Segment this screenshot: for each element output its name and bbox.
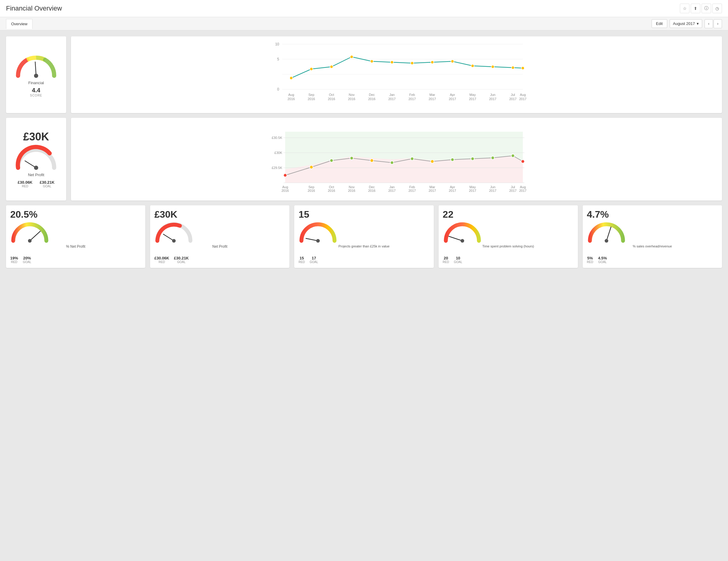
svg-text:Feb: Feb bbox=[409, 93, 415, 97]
pct-net-profit-goal: 20% GOAL bbox=[23, 256, 31, 264]
pct-sales-label: % sales overhead/revenue bbox=[587, 245, 718, 253]
svg-text:5: 5 bbox=[277, 57, 279, 61]
band-chart: £30.5K £30K £29.5K Aug bbox=[76, 123, 717, 195]
next-date-button[interactable]: › bbox=[714, 19, 722, 28]
projects-gauge bbox=[298, 220, 338, 243]
svg-text:Jun: Jun bbox=[490, 93, 495, 97]
svg-text:2016: 2016 bbox=[368, 189, 375, 193]
line-chart: 10 5 0 bbox=[76, 41, 717, 107]
svg-text:Mar: Mar bbox=[430, 185, 435, 189]
svg-point-21 bbox=[511, 66, 514, 69]
nav-bar: Overview Edit August 2017 ▾ ‹ › bbox=[0, 17, 728, 30]
svg-text:Feb: Feb bbox=[409, 185, 415, 189]
dropdown-arrow-icon: ▾ bbox=[697, 21, 699, 26]
svg-point-22 bbox=[521, 67, 524, 70]
pct-sales-gauge bbox=[587, 220, 626, 243]
overview-tab[interactable]: Overview bbox=[6, 19, 32, 29]
svg-text:2017: 2017 bbox=[409, 97, 416, 101]
svg-point-69 bbox=[451, 158, 454, 162]
date-nav-arrows: ‹ › bbox=[705, 19, 722, 28]
pct-sales-card: 4.7% % sales overhead/revenue bbox=[583, 205, 722, 268]
svg-point-65 bbox=[370, 159, 374, 162]
score-value: 4.4 bbox=[32, 87, 40, 94]
svg-point-18 bbox=[451, 60, 454, 63]
svg-text:£30K: £30K bbox=[274, 151, 282, 155]
svg-text:2016: 2016 bbox=[282, 189, 289, 193]
net-profit-2-value: £30K bbox=[154, 210, 177, 219]
financial-gauge bbox=[14, 52, 59, 79]
svg-text:2017: 2017 bbox=[489, 97, 496, 101]
svg-text:2017: 2017 bbox=[449, 189, 456, 193]
time-label: Time spent problem solving (hours) bbox=[443, 245, 574, 253]
line-chart-card: 10 5 0 bbox=[71, 36, 722, 113]
pct-sales-metrics: 5% RED 4.5% GOAL bbox=[587, 256, 718, 264]
svg-text:2017: 2017 bbox=[509, 189, 517, 193]
row-2: £30K Net Profit £30.06K RED bbox=[6, 118, 722, 201]
svg-point-14 bbox=[370, 60, 373, 63]
net-profit-value: £30K bbox=[23, 131, 49, 143]
svg-text:Apr: Apr bbox=[450, 185, 455, 189]
time-value: 22 bbox=[443, 210, 454, 219]
net-profit-goal-label: GOAL bbox=[40, 185, 54, 188]
star-button[interactable]: ☆ bbox=[680, 4, 689, 13]
pct-net-profit-value: 20.5% bbox=[10, 210, 38, 219]
edit-button[interactable]: Edit bbox=[652, 19, 667, 28]
svg-text:2016: 2016 bbox=[348, 97, 355, 101]
pct-net-profit-red: 19% RED bbox=[10, 256, 18, 264]
net-profit-goal-metric: £30.21K GOAL bbox=[40, 180, 54, 188]
time-card: 22 Time spent problem solving (hours) bbox=[439, 205, 578, 268]
svg-text:£29.5K: £29.5K bbox=[272, 166, 282, 170]
svg-point-67 bbox=[411, 157, 414, 161]
info-button[interactable]: ⓘ bbox=[702, 4, 711, 13]
svg-text:2017: 2017 bbox=[449, 97, 456, 101]
svg-text:2017: 2017 bbox=[429, 189, 436, 193]
svg-text:2017: 2017 bbox=[429, 97, 436, 101]
svg-point-12 bbox=[330, 65, 333, 68]
time-metrics: 20 RED 10 GOAL bbox=[443, 256, 574, 264]
svg-point-73 bbox=[521, 160, 525, 163]
svg-text:2016: 2016 bbox=[328, 189, 335, 193]
svg-text:May: May bbox=[470, 185, 476, 189]
svg-text:Aug: Aug bbox=[288, 93, 294, 97]
time-gauge bbox=[443, 220, 482, 243]
svg-text:May: May bbox=[470, 93, 476, 97]
svg-point-63 bbox=[330, 159, 333, 162]
net-profit-card-2: £30K Net Profit £30.06K RED £30.21K GOAL bbox=[150, 205, 289, 268]
main-content: Financial 4.4 SCORE 10 5 0 bbox=[0, 30, 728, 274]
export-button[interactable]: ⬆ bbox=[691, 4, 700, 13]
svg-point-108 bbox=[316, 239, 320, 243]
page-title: Financial Overview bbox=[6, 5, 62, 12]
net-profit-gauge bbox=[14, 144, 59, 171]
svg-text:2016: 2016 bbox=[308, 189, 315, 193]
svg-text:Dec: Dec bbox=[369, 185, 375, 189]
date-selector[interactable]: August 2017 ▾ bbox=[670, 19, 702, 28]
svg-text:Dec: Dec bbox=[369, 93, 375, 97]
pct-net-profit-gauge bbox=[10, 220, 49, 243]
svg-text:Mar: Mar bbox=[430, 93, 435, 97]
svg-text:Oct: Oct bbox=[329, 185, 334, 189]
svg-point-72 bbox=[511, 154, 515, 158]
prev-date-button[interactable]: ‹ bbox=[705, 19, 713, 28]
svg-text:2016: 2016 bbox=[368, 97, 375, 101]
svg-point-114 bbox=[605, 239, 608, 243]
net-profit-card: £30K Net Profit £30.06K RED bbox=[6, 118, 66, 201]
svg-point-102 bbox=[28, 239, 32, 243]
svg-text:Jun: Jun bbox=[490, 185, 495, 189]
svg-point-13 bbox=[350, 55, 353, 58]
svg-text:2016: 2016 bbox=[348, 189, 355, 193]
pct-sales-value: 4.7% bbox=[587, 210, 609, 219]
history-button[interactable]: ◷ bbox=[712, 4, 722, 13]
projects-value: 15 bbox=[298, 210, 309, 219]
score-label-text: SCORE bbox=[30, 94, 42, 97]
svg-text:Aug: Aug bbox=[520, 93, 526, 97]
row-1: Financial 4.4 SCORE 10 5 0 bbox=[6, 36, 722, 113]
score-card-label: Financial bbox=[28, 81, 44, 85]
score-card: Financial 4.4 SCORE bbox=[6, 36, 66, 113]
net-profit-label: Net Profit bbox=[28, 173, 44, 177]
svg-text:Sep: Sep bbox=[308, 185, 314, 189]
net-profit-goal-value: £30.21K bbox=[40, 180, 54, 185]
projects-card: 15 Projects greater than £25k in value bbox=[294, 205, 433, 268]
pct-net-profit-label: % Net Profit bbox=[10, 245, 141, 253]
svg-text:Jul: Jul bbox=[511, 93, 515, 97]
svg-text:2017: 2017 bbox=[469, 97, 476, 101]
